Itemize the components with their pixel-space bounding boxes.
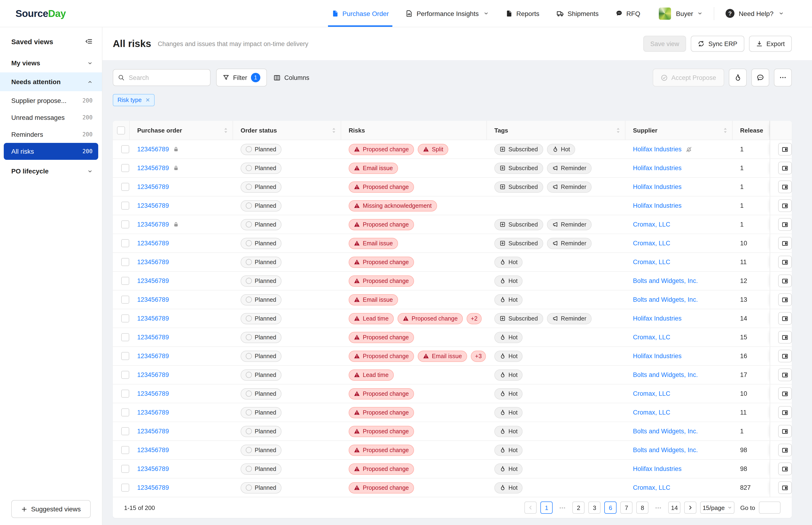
supplier-link[interactable]: Bolts and Widgets, Inc.: [633, 428, 698, 435]
pagination-prev-button[interactable]: [524, 501, 537, 514]
risk-type-filter-chip[interactable]: Risk type ✕: [113, 94, 155, 106]
open-panel-button[interactable]: [778, 444, 792, 456]
open-panel-button[interactable]: [778, 180, 792, 193]
filter-button[interactable]: Filter 1: [216, 69, 267, 87]
hot-toggle-button[interactable]: [729, 69, 747, 87]
supplier-link[interactable]: Bolts and Widgets, Inc.: [633, 296, 698, 303]
open-panel-button[interactable]: [778, 143, 792, 155]
po-number-link[interactable]: 123456789: [137, 371, 169, 378]
po-number-link[interactable]: 123456789: [137, 202, 169, 209]
row-checkbox[interactable]: [121, 258, 129, 266]
open-panel-button[interactable]: [778, 406, 792, 419]
supplier-link[interactable]: Bolts and Widgets, Inc.: [633, 447, 698, 453]
save-view-button[interactable]: Save view: [643, 36, 686, 52]
open-panel-button[interactable]: [778, 274, 792, 287]
row-checkbox[interactable]: [121, 164, 129, 172]
pagination-page-8[interactable]: 8: [636, 501, 648, 514]
columns-button[interactable]: Columns: [274, 74, 309, 81]
row-checkbox[interactable]: [121, 427, 129, 435]
row-checkbox[interactable]: [121, 239, 129, 247]
po-number-link[interactable]: 123456789: [137, 277, 169, 284]
open-panel-button[interactable]: [778, 387, 792, 400]
pagination-ellipsis[interactable]: •••: [652, 501, 664, 514]
row-checkbox[interactable]: [121, 201, 129, 210]
row-checkbox[interactable]: [121, 465, 129, 473]
supplier-link[interactable]: Holifax Industries: [633, 165, 681, 171]
supplier-link[interactable]: Holifax Industries: [633, 183, 681, 190]
supplier-link[interactable]: Cromax, LLC: [633, 258, 670, 266]
supplier-link[interactable]: Holifax Industries: [633, 352, 681, 360]
pagination-page-7[interactable]: 7: [620, 501, 632, 514]
row-checkbox[interactable]: [121, 446, 129, 454]
sidebar-item-supplier-propose[interactable]: Supplier propose...200: [0, 92, 102, 109]
row-checkbox[interactable]: [121, 390, 129, 397]
supplier-link[interactable]: Cromax, LLC: [633, 409, 670, 416]
open-panel-button[interactable]: [778, 350, 792, 362]
open-panel-button[interactable]: [778, 256, 792, 268]
po-number-link[interactable]: 123456789: [137, 221, 169, 228]
nav-performance-insights[interactable]: Performance Insights: [406, 0, 489, 27]
supplier-link[interactable]: Holifax Industries: [633, 146, 681, 153]
nav-purchase-order[interactable]: Purchase Order: [332, 0, 389, 27]
po-number-link[interactable]: 123456789: [137, 465, 169, 472]
open-panel-button[interactable]: [778, 293, 792, 306]
po-number-link[interactable]: 123456789: [137, 258, 169, 266]
column-header-tags[interactable]: Tags: [487, 121, 626, 139]
row-checkbox[interactable]: [121, 221, 129, 228]
row-checkbox[interactable]: [121, 314, 129, 322]
row-checkbox[interactable]: [121, 277, 129, 285]
po-number-link[interactable]: 123456789: [137, 409, 169, 416]
pagination-next-button[interactable]: [684, 501, 696, 514]
column-header-supplier[interactable]: Supplier: [626, 121, 733, 139]
nav-reports[interactable]: Reports: [505, 0, 539, 27]
nav-rfq[interactable]: RFQ: [616, 0, 640, 27]
supplier-link[interactable]: Holifax Industries: [633, 465, 681, 472]
pagination-ellipsis[interactable]: •••: [556, 501, 569, 514]
page-size-select[interactable]: 15/page: [700, 501, 734, 514]
collapse-sidebar-icon[interactable]: [85, 38, 93, 45]
supplier-link[interactable]: Cromax, LLC: [633, 484, 670, 491]
supplier-link[interactable]: Holifax Industries: [633, 202, 681, 209]
open-panel-button[interactable]: [778, 331, 792, 344]
po-number-link[interactable]: 123456789: [137, 390, 169, 397]
search-input[interactable]: [128, 74, 213, 81]
po-number-link[interactable]: 123456789: [137, 240, 169, 247]
sidebar-item-all-risks[interactable]: All risks200: [4, 143, 98, 160]
open-panel-button[interactable]: [778, 218, 792, 231]
sidebar-section-needs-attention[interactable]: Needs attention: [0, 72, 102, 91]
sidebar-item-unread-messages[interactable]: Unread messages200: [0, 109, 102, 126]
pagination-page-14[interactable]: 14: [668, 501, 680, 514]
sidebar-section-po-lifecycle[interactable]: PO lifecycle: [0, 162, 102, 180]
po-number-link[interactable]: 123456789: [137, 428, 169, 435]
avatar[interactable]: [659, 7, 671, 19]
po-number-link[interactable]: 123456789: [137, 315, 169, 322]
row-checkbox[interactable]: [121, 333, 129, 341]
row-checkbox[interactable]: [121, 484, 129, 492]
help-menu[interactable]: Need Help?: [725, 9, 784, 18]
nav-shipments[interactable]: Shipments: [556, 0, 599, 27]
export-button[interactable]: Export: [749, 36, 792, 52]
column-header-order-status[interactable]: Order status: [233, 121, 341, 139]
supplier-link[interactable]: Holifax Industries: [633, 315, 681, 322]
select-all-checkbox[interactable]: [117, 126, 125, 134]
row-checkbox[interactable]: [121, 371, 129, 379]
supplier-link[interactable]: Cromax, LLC: [633, 240, 670, 247]
open-panel-button[interactable]: [778, 463, 792, 475]
sidebar-section-my-views[interactable]: My views: [0, 54, 102, 72]
sync-erp-button[interactable]: Sync ERP: [691, 36, 744, 52]
pagination-page-2[interactable]: 2: [572, 501, 585, 514]
supplier-link[interactable]: Bolts and Widgets, Inc.: [633, 277, 698, 284]
open-panel-button[interactable]: [778, 481, 792, 494]
pagination-page-6[interactable]: 6: [604, 501, 616, 514]
risk-more-chip[interactable]: +2: [466, 313, 482, 324]
pagination-page-1[interactable]: 1: [540, 501, 553, 514]
open-panel-button[interactable]: [778, 369, 792, 381]
po-number-link[interactable]: 123456789: [137, 484, 169, 491]
po-number-link[interactable]: 123456789: [137, 183, 169, 190]
open-panel-button[interactable]: [778, 425, 792, 438]
po-number-link[interactable]: 123456789: [137, 447, 169, 453]
row-checkbox[interactable]: [121, 352, 129, 360]
accept-propose-button[interactable]: Accept Propose: [653, 69, 724, 87]
supplier-link[interactable]: Cromax, LLC: [633, 221, 670, 228]
row-checkbox[interactable]: [121, 145, 129, 153]
